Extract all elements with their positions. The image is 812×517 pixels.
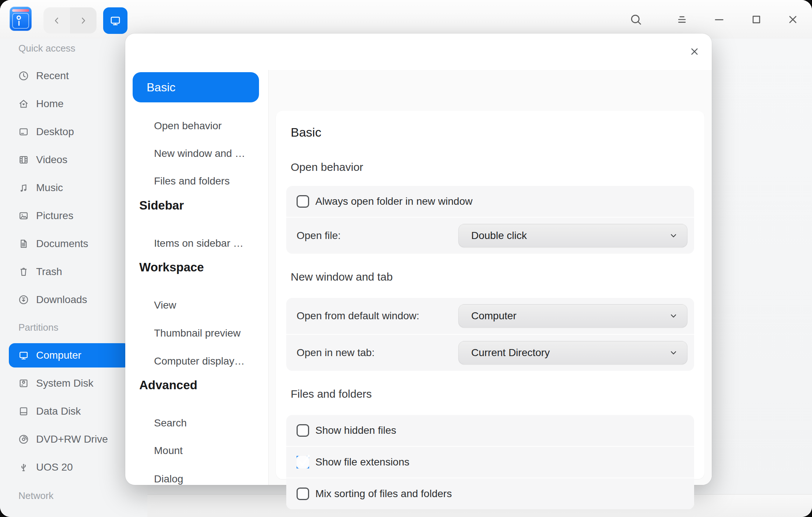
settings-nav-view[interactable]: View <box>154 298 176 313</box>
sidebar-header-network: Network <box>18 488 53 503</box>
setting-row-show-hidden-files[interactable]: Show hidden files <box>286 415 694 446</box>
chevron-down-icon <box>668 310 679 321</box>
music-note-icon <box>18 182 29 194</box>
settings-nav-items-on-sidebar[interactable]: Items on sidebar … <box>154 236 244 251</box>
settings-nav-header-advanced: Advanced <box>139 377 197 393</box>
setting-row-mix-sorting[interactable]: Mix sorting of files and folders <box>286 478 694 509</box>
checkbox-show-hidden-files[interactable] <box>297 424 309 437</box>
settings-nav-computer-display[interactable]: Computer display… <box>154 354 245 369</box>
app-icon-lid <box>12 9 29 12</box>
computer-monitor-icon <box>109 14 122 27</box>
open-file-dropdown[interactable]: Double click <box>458 224 687 247</box>
menu-button[interactable] <box>675 13 689 27</box>
file-manager-window: Quick access Recent Home Desktop Videos … <box>0 0 812 517</box>
settings-page-title: Basic <box>291 124 694 140</box>
settings-nav-header-workspace: Workspace <box>139 259 204 275</box>
search-button[interactable] <box>629 13 643 27</box>
chevron-right-icon <box>78 15 89 26</box>
sidebar-item-computer[interactable]: Computer <box>9 343 130 367</box>
setting-row-open-file: Open file: Double click <box>286 218 694 254</box>
chevron-down-icon <box>668 347 679 358</box>
back-button[interactable] <box>43 7 70 34</box>
home-icon <box>18 98 29 110</box>
sidebar-header-partitions: Partitions <box>18 320 58 335</box>
file-manager-app-icon[interactable] <box>10 7 32 31</box>
computer-monitor-icon <box>18 349 29 361</box>
app-icon-body <box>12 13 29 29</box>
settings-group-new-window-and-tab: Open from default window: Computer Open … <box>286 298 694 371</box>
trash-icon <box>18 266 29 278</box>
setting-row-always-open-new-window[interactable]: Always open folder in new window <box>286 186 694 217</box>
section-label-files-and-folders: Files and folders <box>291 386 694 402</box>
titlebar <box>0 0 812 39</box>
open-in-new-tab-dropdown[interactable]: Current Directory <box>458 341 687 365</box>
settings-nav-open-behavior[interactable]: Open behavior <box>154 119 222 133</box>
settings-nav-header-sidebar: Sidebar <box>139 197 184 214</box>
settings-group-open-behavior: Always open folder in new window Open fi… <box>286 186 694 254</box>
section-label-open-behavior: Open behavior <box>291 159 694 175</box>
settings-nav-dialog[interactable]: Dialog <box>154 472 183 486</box>
minimize-button[interactable] <box>712 13 726 27</box>
dialog-content-pane: Basic Open behavior Always open folder i… <box>268 70 712 485</box>
setting-row-open-in-new-tab: Open in new tab: Current Directory <box>286 335 694 371</box>
settings-card: Basic Open behavior Always open folder i… <box>276 111 704 479</box>
checkbox-mix-sorting[interactable] <box>297 488 309 500</box>
settings-nav-thumbnail-preview[interactable]: Thumbnail preview <box>154 326 241 341</box>
settings-nav-basic[interactable]: Basic <box>133 72 259 102</box>
usb-icon <box>18 461 29 473</box>
close-window-button[interactable] <box>786 13 800 27</box>
settings-nav-files-folders[interactable]: Files and folders <box>154 174 230 189</box>
data-disk-icon <box>18 405 29 417</box>
settings-nav-search[interactable]: Search <box>154 416 187 430</box>
settings-group-files-and-folders: Show hidden files Show file extensions M… <box>286 415 694 509</box>
clock-icon <box>18 70 29 82</box>
settings-dialog: Basic Open behavior Always open folder i… <box>125 34 712 485</box>
checkbox-show-file-extensions[interactable] <box>297 456 309 468</box>
app-icon-key <box>17 15 21 20</box>
sidebar-header-quick-access: Quick access <box>18 41 76 56</box>
chevron-left-icon <box>51 15 62 26</box>
settings-nav-mount[interactable]: Mount <box>154 443 183 458</box>
desktop-icon <box>18 126 29 138</box>
check-icon <box>295 453 312 469</box>
download-icon <box>18 294 29 306</box>
dialog-close-button[interactable] <box>687 44 702 59</box>
chevron-down-icon <box>668 230 679 241</box>
system-disk-icon <box>18 377 29 389</box>
checkbox-always-open-new-window[interactable] <box>297 195 309 208</box>
open-from-default-window-dropdown[interactable]: Computer <box>458 304 687 328</box>
forward-button[interactable] <box>70 7 97 34</box>
tab-computer[interactable] <box>103 7 127 34</box>
history-nav-group <box>43 7 97 34</box>
document-icon <box>18 238 29 250</box>
section-label-new-window-and-tab: New window and tab <box>291 269 694 285</box>
setting-row-open-from-default-window: Open from default window: Computer <box>286 298 694 334</box>
image-icon <box>18 210 29 222</box>
disc-icon <box>18 433 29 445</box>
setting-row-show-file-extensions[interactable]: Show file extensions <box>286 447 694 478</box>
maximize-button[interactable] <box>749 13 763 27</box>
settings-nav-new-window[interactable]: New window and … <box>154 146 245 161</box>
film-icon <box>18 154 29 166</box>
